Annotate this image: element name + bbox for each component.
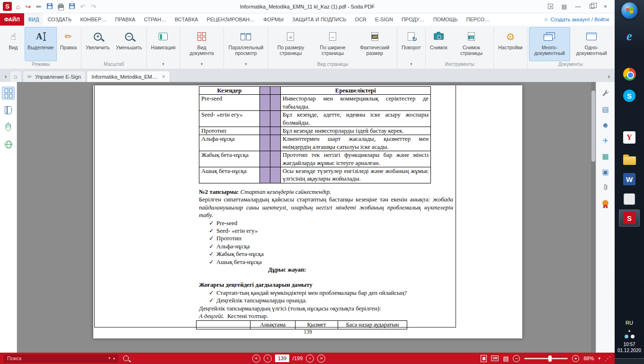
tab-pravka[interactable]: ПРАВКА bbox=[111, 13, 140, 26]
sidebar-bookmarks-button[interactable] bbox=[2, 104, 15, 117]
tab-vstavka[interactable]: ВСТАВКА bbox=[170, 13, 202, 26]
start-button[interactable] bbox=[621, 0, 638, 19]
taskbar-clock[interactable]: 10:57 01.12.2020 bbox=[617, 341, 641, 354]
sidebar-layers-button[interactable] bbox=[2, 121, 15, 134]
tab-produ[interactable]: ПРОДУ… bbox=[397, 13, 429, 26]
send-button[interactable]: ✈ bbox=[600, 136, 611, 145]
tab-zashchita[interactable]: ЗАЩИТА И ПОДПИСЬ bbox=[288, 13, 351, 26]
tools-wrench-button[interactable] bbox=[600, 89, 611, 98]
tab-vid[interactable]: ВИД bbox=[24, 13, 44, 26]
print-icon[interactable] bbox=[58, 2, 64, 11]
sidebar-web-button[interactable] bbox=[2, 138, 15, 151]
vertical-scrollbar[interactable] bbox=[591, 82, 596, 353]
tab-konver[interactable]: КОНВЕР… bbox=[76, 13, 111, 26]
edit-mode-button[interactable]: ✏ Правка bbox=[57, 27, 80, 61]
actual-size-icon[interactable]: 100 bbox=[491, 355, 499, 361]
zoom-out-button[interactable]: − Уменьшить bbox=[113, 27, 145, 61]
fullscreen-icon[interactable] bbox=[544, 2, 557, 11]
tab-stran[interactable]: СТРАН… bbox=[140, 13, 170, 26]
save-as-icon[interactable] bbox=[69, 2, 75, 11]
rotate-button[interactable]: ↻ Поворот bbox=[399, 27, 424, 61]
tray-volume-icon[interactable] bbox=[631, 335, 635, 338]
clipboard-button[interactable]: ▣ bbox=[600, 167, 611, 176]
show-desktop-button[interactable] bbox=[615, 358, 644, 364]
multi-document-button[interactable]: Много-документный bbox=[529, 27, 571, 61]
contacts-button[interactable]: ☻ bbox=[600, 120, 611, 129]
document-view-button[interactable]: Вид документа bbox=[182, 27, 222, 61]
tab-recenzirovan[interactable]: РЕЦЕНЗИРОВАН… bbox=[202, 13, 259, 26]
search-prev-icon[interactable]: ▴ bbox=[113, 356, 115, 360]
tab-esign-manage[interactable]: ✏ Управление E-Sign bbox=[23, 71, 86, 82]
taskbar-ie-button[interactable]: e bbox=[619, 27, 640, 45]
taskbar-word-button[interactable]: W bbox=[619, 171, 640, 188]
tab-file[interactable]: ФАЙЛ bbox=[0, 13, 24, 26]
share-icon[interactable]: ↪ bbox=[25, 3, 31, 10]
collapse-right-panel-icon[interactable]: ‹ bbox=[605, 71, 613, 82]
home-icon[interactable]: ⌂ bbox=[16, 3, 20, 10]
taskbar-app-button[interactable] bbox=[619, 191, 640, 208]
taskbar-skype-button[interactable]: S bbox=[619, 87, 640, 104]
panels-button[interactable]: ▤ bbox=[600, 104, 611, 114]
current-page-input[interactable]: 139 bbox=[275, 355, 289, 362]
search-next-icon[interactable]: ▾ bbox=[108, 356, 110, 360]
last-page-button[interactable]: » bbox=[317, 355, 325, 363]
redo-icon[interactable]: ↷ bbox=[91, 3, 97, 10]
first-page-button[interactable]: « bbox=[252, 355, 260, 363]
tray-expand-icon[interactable]: ▴ bbox=[628, 328, 631, 333]
tab-informatika-pdf[interactable]: Informatika_Metodika_EM… × bbox=[87, 71, 170, 82]
taskbar-chrome-button[interactable] bbox=[619, 65, 640, 82]
close-tab-icon[interactable]: × bbox=[162, 73, 165, 80]
zoom-in-button[interactable]: + bbox=[572, 355, 579, 362]
taskbar-yandex-button[interactable]: Y bbox=[619, 129, 640, 146]
attachments-button[interactable] bbox=[600, 182, 611, 192]
tab-sozdat[interactable]: СОЗДАТЬ bbox=[43, 13, 76, 26]
tab-esign[interactable]: E-SIGN bbox=[371, 13, 397, 26]
search-box[interactable]: Поиск ▾ ▴ bbox=[4, 355, 118, 363]
fit-page-button[interactable]: ↔↕ По размеру страницы bbox=[270, 27, 312, 61]
page-view-icon[interactable]: ▤ bbox=[503, 355, 509, 362]
fit-width-button[interactable]: ↔ По ширине страницы bbox=[312, 27, 354, 61]
page-snapshot-button[interactable]: Снимок страницы bbox=[451, 27, 492, 61]
taskbar-explorer-button[interactable] bbox=[619, 151, 640, 168]
dropdown-caret-icon[interactable]: ▾ bbox=[399, 61, 424, 69]
images-button[interactable]: ▦ bbox=[600, 151, 611, 161]
taskbar-sodapdf-button[interactable]: S bbox=[619, 209, 640, 227]
scrollbar-thumb[interactable] bbox=[591, 91, 595, 162]
zoom-in-button[interactable]: + Увеличить bbox=[83, 27, 113, 61]
tray-network-icon[interactable] bbox=[625, 335, 628, 338]
restore-button[interactable] bbox=[585, 2, 598, 11]
previous-page-button[interactable]: ‹ bbox=[264, 355, 272, 363]
save-icon[interactable] bbox=[47, 2, 53, 11]
snapshot-button[interactable]: Снимок bbox=[427, 27, 450, 61]
undo-icon[interactable]: ↶ bbox=[80, 3, 86, 10]
zoom-out-button[interactable]: − bbox=[513, 355, 520, 362]
navigation-button[interactable]: Навигация bbox=[148, 27, 179, 61]
account-link[interactable]: ▷ Создать аккаунт / Войти bbox=[545, 13, 615, 26]
edit-pencil-icon[interactable]: ✏ bbox=[36, 3, 42, 10]
tab-ocr[interactable]: OCR bbox=[351, 13, 371, 26]
fit-page-icon[interactable] bbox=[481, 355, 487, 362]
parallel-view-button[interactable]: Параллельный просмотр bbox=[225, 27, 267, 61]
select-mode-button[interactable]: A Выделение bbox=[25, 27, 57, 61]
language-indicator[interactable]: RU bbox=[626, 320, 633, 326]
settings-button[interactable]: ⚙ Настройки bbox=[495, 27, 526, 61]
actual-size-button[interactable]: 100 Фактический размер bbox=[354, 27, 395, 61]
zoom-caret-icon[interactable]: ▾ bbox=[598, 356, 600, 361]
soda-pdf-logo[interactable]: S bbox=[3, 2, 12, 11]
dropdown-caret-icon[interactable]: ▾ bbox=[225, 61, 267, 69]
tab-pomoshch[interactable]: ПОМОЩЬ bbox=[429, 13, 462, 26]
single-document-button[interactable]: Одно-документный bbox=[571, 27, 612, 61]
resize-grip[interactable]: ⋰ bbox=[605, 355, 611, 362]
zoom-slider-thumb[interactable] bbox=[548, 355, 552, 362]
search-icon[interactable] bbox=[123, 355, 129, 361]
minimize-button[interactable]: — bbox=[572, 2, 584, 11]
sidebar-thumbnails-button[interactable] bbox=[2, 87, 15, 100]
stamps-button[interactable] bbox=[600, 198, 611, 208]
tab-perso[interactable]: ПЕРСО… bbox=[462, 13, 494, 26]
tab-formy[interactable]: ФОРМЫ bbox=[259, 13, 288, 26]
next-page-button[interactable]: › bbox=[306, 355, 314, 363]
close-button[interactable]: × bbox=[599, 2, 612, 11]
home-tab[interactable]: ⌂ bbox=[9, 71, 22, 82]
zoom-slider[interactable] bbox=[524, 358, 568, 359]
dropdown-caret-icon[interactable]: ▾ bbox=[182, 61, 222, 69]
